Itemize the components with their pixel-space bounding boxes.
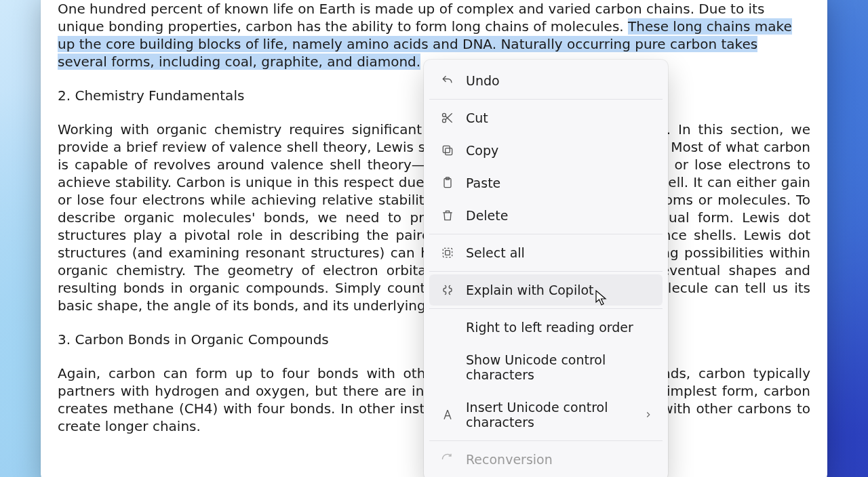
svg-rect-8 bbox=[443, 248, 452, 257]
chevron-right-icon bbox=[644, 407, 653, 422]
menu-separator bbox=[429, 271, 663, 272]
copilot-icon bbox=[440, 283, 455, 297]
menu-show-unicode[interactable]: Show Unicode control characters bbox=[429, 344, 663, 390]
blank-icon bbox=[440, 360, 455, 375]
svg-rect-9 bbox=[446, 251, 450, 255]
menu-paste[interactable]: Paste bbox=[429, 167, 663, 199]
scissors-icon bbox=[440, 110, 455, 125]
menu-delete-label: Delete bbox=[466, 208, 508, 223]
menu-copy-label: Copy bbox=[466, 143, 498, 158]
menu-select-all-label: Select all bbox=[466, 245, 525, 260]
menu-separator bbox=[429, 234, 663, 234]
menu-explain-with-copilot[interactable]: Explain with Copilot bbox=[429, 274, 663, 306]
character-icon bbox=[440, 407, 455, 422]
menu-insert-unicode-label: Insert Unicode control characters bbox=[466, 400, 652, 430]
menu-explain-label: Explain with Copilot bbox=[466, 283, 594, 297]
menu-separator bbox=[429, 99, 663, 100]
svg-line-3 bbox=[446, 117, 452, 123]
copy-icon bbox=[440, 143, 455, 158]
blank-icon bbox=[440, 320, 455, 335]
svg-point-1 bbox=[443, 119, 446, 123]
menu-cut-label: Cut bbox=[466, 110, 488, 125]
clipboard-icon bbox=[440, 175, 455, 190]
menu-rtl-reading-order[interactable]: Right to left reading order bbox=[429, 312, 663, 343]
context-menu: Undo Cut Copy Paste Delete Select all bbox=[424, 60, 668, 477]
menu-insert-unicode[interactable]: Insert Unicode control characters bbox=[429, 392, 663, 438]
menu-separator bbox=[429, 440, 663, 441]
menu-show-unicode-label: Show Unicode control characters bbox=[466, 352, 652, 382]
undo-icon bbox=[440, 73, 455, 88]
reconversion-icon bbox=[440, 452, 455, 467]
svg-line-2 bbox=[446, 113, 452, 119]
select-all-icon bbox=[440, 245, 455, 260]
menu-select-all[interactable]: Select all bbox=[429, 237, 663, 268]
menu-undo[interactable]: Undo bbox=[429, 65, 663, 96]
menu-reconversion-label: Reconversion bbox=[466, 452, 553, 467]
menu-copy[interactable]: Copy bbox=[429, 135, 663, 166]
menu-undo-label: Undo bbox=[466, 73, 500, 88]
menu-separator bbox=[429, 308, 663, 309]
trash-icon bbox=[440, 208, 455, 223]
svg-rect-5 bbox=[443, 146, 450, 152]
menu-rtl-label: Right to left reading order bbox=[466, 320, 633, 335]
menu-paste-label: Paste bbox=[466, 175, 500, 190]
menu-delete[interactable]: Delete bbox=[429, 200, 663, 231]
svg-point-0 bbox=[443, 113, 446, 117]
menu-cut[interactable]: Cut bbox=[429, 102, 663, 133]
svg-rect-4 bbox=[446, 148, 452, 155]
menu-reconversion: Reconversion bbox=[429, 444, 663, 475]
